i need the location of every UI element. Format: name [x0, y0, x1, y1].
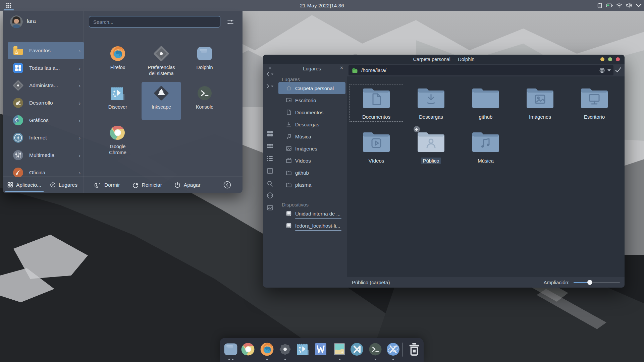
dock-firefox[interactable]	[260, 342, 274, 357]
place-plasma[interactable]: plasma	[278, 179, 345, 191]
restart-button[interactable]: Reiniciar	[132, 182, 162, 188]
session-label: Apagar	[184, 182, 201, 188]
place-m-sica[interactable]: Música	[278, 130, 345, 142]
mount-indicator	[295, 230, 341, 231]
app-konsole[interactable]: Konsole	[185, 82, 224, 120]
close-button[interactable]	[616, 57, 620, 61]
folder-público[interactable]: Público	[406, 130, 456, 164]
titlebar[interactable]: Carpeta personal — Dolphin	[263, 55, 625, 64]
zoom-slider[interactable]	[574, 280, 620, 285]
dolphin-window: Carpeta personal — Dolphin Lugares ✕ Lug…	[263, 55, 625, 288]
running-indicator	[228, 359, 230, 360]
folder-imágenes[interactable]: Imágenes	[515, 86, 565, 120]
dock-konsole[interactable]	[368, 342, 383, 357]
firefox-icon	[109, 45, 126, 62]
digital-clock[interactable]: 21 May 2022|14:36	[0, 0, 644, 11]
tab-label: Aplicacio...	[16, 182, 41, 188]
app-firefox[interactable]: Firefox	[98, 42, 138, 80]
icons-view-icon[interactable]	[266, 130, 274, 137]
app-discover[interactable]: Discover	[98, 82, 138, 120]
places-panel-header: Lugares ✕	[277, 64, 347, 73]
place-v-deos[interactable]: Vídeos	[278, 155, 345, 167]
folder-icon	[525, 86, 555, 109]
places-section-title: Dispositivos	[277, 198, 347, 207]
volume-icon[interactable]	[626, 2, 632, 8]
minimize-button[interactable]	[600, 57, 604, 61]
folder-github[interactable]: github	[461, 86, 511, 120]
chevron-down-icon[interactable]	[635, 2, 642, 8]
dock-discover[interactable]	[296, 342, 310, 357]
place-label: Vídeos	[295, 158, 311, 164]
dock-chrome[interactable]	[241, 342, 256, 357]
drag-handle	[266, 65, 274, 71]
place-unidad-interna-de-[interactable]: Unidad interna de ...	[278, 207, 345, 220]
active-tab-indicator	[5, 191, 44, 192]
desktop-icon	[286, 97, 292, 103]
folder-escritorio[interactable]: Escritorio	[569, 86, 620, 120]
drive-icon	[286, 223, 292, 229]
battery-icon[interactable]	[606, 2, 613, 8]
folder-documentos[interactable]: Documentos	[351, 86, 401, 120]
select-plus-badge[interactable]	[414, 126, 420, 132]
folder-view[interactable]: DocumentosDescargasgithubImágenesEscrito…	[347, 76, 625, 277]
place-label: Carpeta personal	[295, 85, 334, 91]
place-github[interactable]: github	[278, 167, 345, 179]
clipboard-icon[interactable]	[596, 2, 603, 8]
folder-icon	[362, 130, 391, 153]
trash-icon[interactable]	[408, 343, 420, 356]
tab-grid[interactable]: Aplicacio...	[7, 182, 41, 188]
restart-icon	[132, 182, 139, 188]
folder-música[interactable]: Música	[461, 130, 511, 164]
place-label: plasma	[295, 182, 311, 188]
discover-icon	[109, 85, 126, 102]
vertical-toolbar	[263, 64, 277, 288]
power-button[interactable]: Apagar	[174, 182, 201, 188]
place-label: Descargas	[295, 122, 319, 127]
app-chrome[interactable]: Google Chrome	[98, 121, 138, 160]
power-icon	[174, 182, 181, 188]
leave-chevron-icon[interactable]	[223, 181, 231, 189]
desktop: 21 May 2022|14:36 lara Favoritos›Todas l…	[0, 0, 644, 362]
globe-icon[interactable]	[599, 67, 605, 73]
place-label: Documentos	[295, 110, 323, 115]
folder-descargas[interactable]: Descargas	[406, 86, 456, 120]
favorites-grid: FirefoxPreferencias del sistemaDolphinDi…	[3, 11, 243, 177]
place-fedora-localhost-li-[interactable]: fedora_localhost-li...	[278, 220, 345, 232]
footer-divider	[84, 177, 84, 193]
details-view-icon[interactable]	[266, 155, 274, 162]
dock-dolphin[interactable]	[223, 342, 238, 357]
place-im-genes[interactable]: Imágenes	[278, 142, 345, 155]
location-dropdown-icon[interactable]	[607, 69, 611, 71]
app-inkscape[interactable]: Inkscape	[142, 82, 181, 120]
location-bar[interactable]: /home/lara/	[348, 65, 613, 75]
dock-code-editor[interactable]	[350, 342, 364, 357]
checkmark-icon[interactable]	[614, 66, 622, 73]
place-descargas[interactable]: Descargas	[278, 118, 345, 130]
dock-xorg-app[interactable]	[386, 342, 400, 357]
place-carpeta-personal[interactable]: Carpeta personal	[278, 82, 345, 94]
dock-system-settings[interactable]	[278, 342, 292, 357]
more-options-icon[interactable]	[266, 192, 274, 199]
slider-thumb[interactable]	[587, 280, 592, 285]
place-escritorio[interactable]: Escritorio	[278, 94, 345, 106]
back-icon[interactable]	[266, 71, 274, 77]
place-documentos[interactable]: Documentos	[278, 106, 345, 118]
close-panel-icon[interactable]: ✕	[340, 65, 343, 70]
dock-word-processor[interactable]	[313, 342, 328, 357]
tab-compass[interactable]: Lugares	[50, 182, 77, 188]
compact-view-icon[interactable]	[266, 143, 274, 149]
maximize-button[interactable]	[608, 57, 612, 61]
app-label: Preferencias del sistema	[148, 64, 175, 76]
app-system-settings[interactable]: Preferencias del sistema	[142, 42, 181, 80]
dock-image-viewer[interactable]	[332, 342, 347, 357]
window-title: Carpeta personal — Dolphin	[413, 57, 475, 62]
forward-icon[interactable]	[266, 83, 274, 89]
wifi-icon[interactable]	[616, 2, 623, 8]
app-dolphin[interactable]: Dolphin	[185, 42, 224, 80]
folder-vídeos[interactable]: Vídeos	[351, 130, 401, 164]
preview-icon[interactable]	[266, 204, 274, 211]
columns-view-icon[interactable]	[266, 168, 274, 174]
compass-icon	[50, 182, 56, 188]
sleep-button[interactable]: Dormir	[95, 182, 120, 188]
search-icon[interactable]	[266, 180, 274, 187]
